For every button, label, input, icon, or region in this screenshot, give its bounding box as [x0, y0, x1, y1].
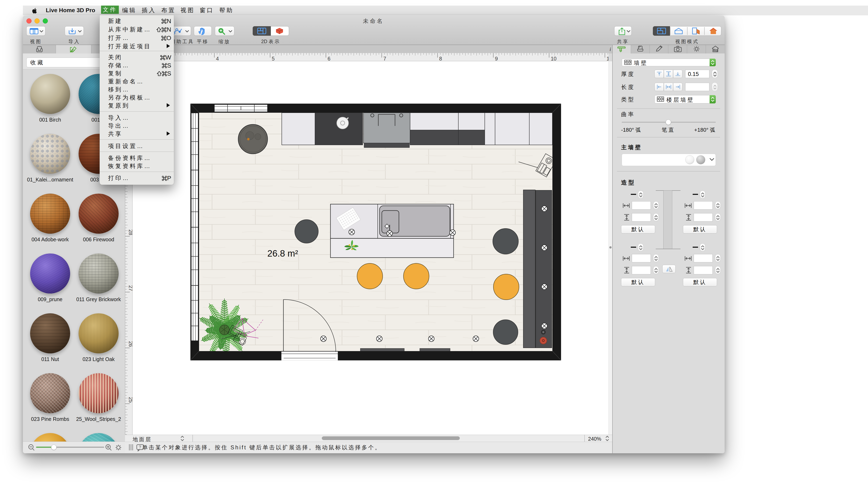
svg-text:26.8 m²: 26.8 m² — [267, 248, 298, 258]
svg-text:6: 6 — [328, 56, 331, 61]
svg-text:10: 10 — [551, 56, 557, 61]
svg-text:7: 7 — [383, 56, 386, 61]
svg-text:5: 5 — [272, 56, 275, 61]
svg-text:9: 9 — [495, 56, 498, 61]
svg-text:8: 8 — [439, 56, 442, 61]
svg-text:28: 28 — [128, 230, 133, 235]
svg-text:?: ? — [139, 445, 141, 449]
svg-text:27: 27 — [128, 285, 133, 291]
svg-text:11: 11 — [607, 56, 609, 61]
svg-text:26: 26 — [128, 341, 133, 347]
svg-text:4: 4 — [216, 56, 219, 61]
svg-text:25: 25 — [128, 397, 133, 403]
